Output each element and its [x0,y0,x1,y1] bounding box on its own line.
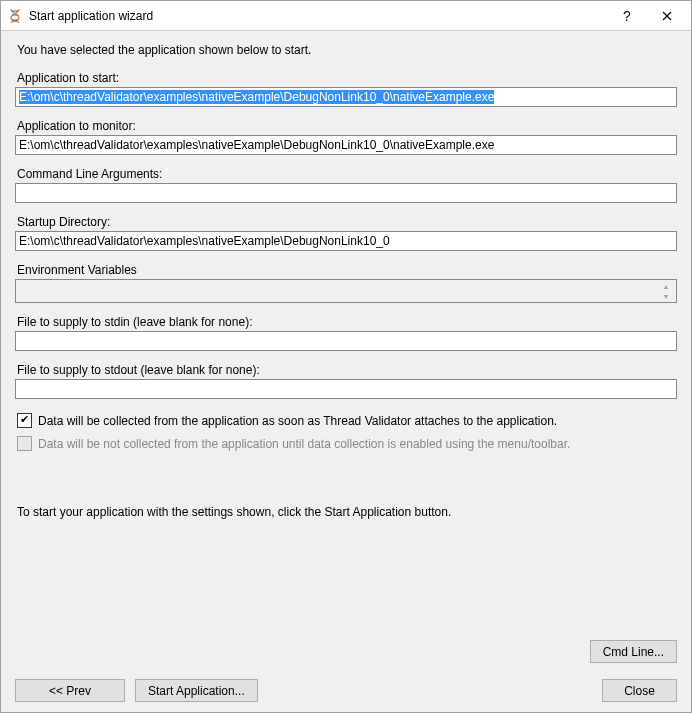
cmd-args-field[interactable] [15,183,677,203]
collect-now-checkbox[interactable] [17,413,32,428]
cmd-args-label: Command Line Arguments: [17,167,677,181]
chevron-up-icon[interactable]: ▲ [658,281,674,291]
close-button[interactable]: Close [602,679,677,702]
app-icon [7,8,23,24]
help-button[interactable]: ? [607,2,647,30]
app-to-start-field[interactable]: E:\om\c\threadValidator\examples\nativeE… [15,87,677,107]
startup-dir-label: Startup Directory: [17,215,677,229]
intro-text: You have selected the application shown … [17,43,677,57]
stdout-label: File to supply to stdout (leave blank fo… [17,363,677,377]
close-window-button[interactable] [647,2,687,30]
window-title: Start application wizard [29,9,607,23]
titlebar: Start application wizard ? [1,1,691,31]
app-to-monitor-field[interactable]: E:\om\c\threadValidator\examples\nativeE… [15,135,677,155]
footer: Cmd Line... << Prev Start Application...… [15,640,677,706]
env-vars-field[interactable]: ▲ ▼ [15,279,677,303]
collect-later-row: Data will be not collected from the appl… [17,436,677,451]
env-vars-spinner[interactable]: ▲ ▼ [658,281,674,301]
startup-dir-field[interactable]: E:\om\c\threadValidator\examples\nativeE… [15,231,677,251]
start-hint: To start your application with the setti… [17,505,677,519]
prev-button[interactable]: << Prev [15,679,125,702]
collect-now-label: Data will be collected from the applicat… [38,414,557,428]
collect-later-checkbox [17,436,32,451]
content-area: You have selected the application shown … [1,31,691,712]
stdin-label: File to supply to stdin (leave blank for… [17,315,677,329]
app-to-start-label: Application to start: [17,71,677,85]
stdout-field[interactable] [15,379,677,399]
stdin-field[interactable] [15,331,677,351]
wizard-window: Start application wizard ? You have sele… [0,0,692,713]
collect-now-row[interactable]: Data will be collected from the applicat… [17,413,677,428]
cmd-line-button[interactable]: Cmd Line... [590,640,677,663]
start-application-button[interactable]: Start Application... [135,679,258,702]
env-vars-label: Environment Variables [17,263,677,277]
collect-later-label: Data will be not collected from the appl… [38,437,570,451]
chevron-down-icon[interactable]: ▼ [658,291,674,301]
app-to-monitor-label: Application to monitor: [17,119,677,133]
